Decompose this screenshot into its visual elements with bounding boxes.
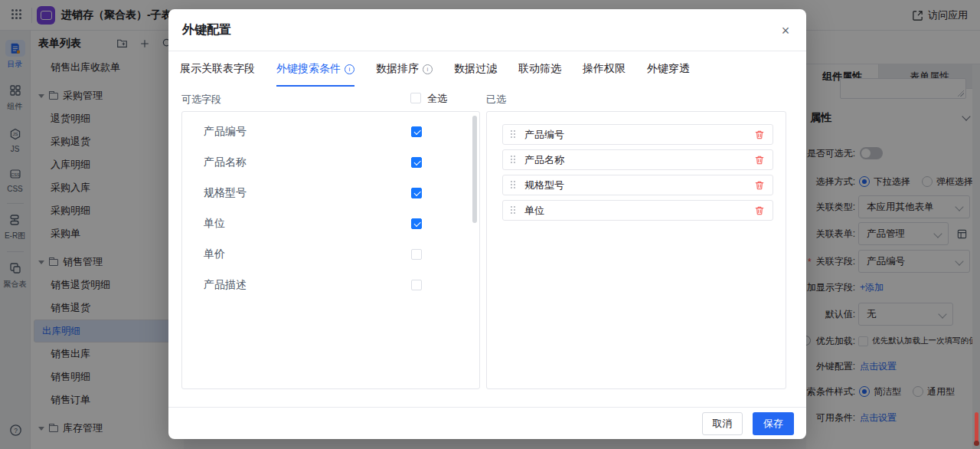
fk-config-modal: 外键配置 × 展示关联表字段外键搜索条件i数据排序i数据过滤联动筛选操作权限外键… (168, 9, 806, 439)
available-field-row: 单位 (182, 208, 479, 239)
delete-icon[interactable] (754, 129, 765, 140)
available-field-row: 产品编号 (182, 116, 479, 147)
field-label: 单位 (204, 217, 225, 231)
tab-label: 外键搜索条件 (276, 62, 341, 76)
drag-handle-icon[interactable] (511, 130, 515, 139)
close-icon[interactable]: × (777, 22, 794, 39)
available-field-row: 单价 (182, 239, 479, 270)
selected-header: 已选 (486, 93, 506, 107)
field-label: 规格型号 (524, 179, 564, 192)
available-header: 可选字段 (181, 93, 221, 107)
field-label: 产品描述 (204, 278, 247, 292)
cancel-button[interactable]: 取消 (702, 412, 743, 435)
modal-tab[interactable]: 操作权限 (583, 51, 626, 87)
field-label: 产品编号 (204, 125, 247, 139)
delete-icon[interactable] (754, 205, 765, 216)
drag-handle-icon[interactable] (511, 181, 515, 189)
field-label: 单价 (204, 247, 225, 261)
selected-field-row: 单位 (502, 200, 773, 221)
drag-handle-icon[interactable] (511, 206, 515, 215)
tab-label: 操作权限 (583, 62, 626, 76)
field-checkbox[interactable] (411, 157, 422, 168)
tab-label: 联动筛选 (518, 62, 561, 76)
info-icon: i (345, 64, 354, 74)
modal-tab[interactable]: 外键搜索条件i (276, 51, 354, 87)
selected-field-row: 产品编号 (502, 124, 773, 145)
field-label: 规格型号 (204, 186, 247, 200)
available-list: 产品编号产品名称规格型号单位单价产品描述 (181, 111, 480, 389)
modal-tab[interactable]: 展示关联表字段 (180, 51, 255, 87)
field-label: 产品编号 (524, 128, 564, 142)
field-label: 产品名称 (524, 153, 564, 167)
field-checkbox[interactable] (411, 249, 422, 260)
field-checkbox[interactable] (411, 126, 422, 137)
modal-tabs: 展示关联表字段外键搜索条件i数据排序i数据过滤联动筛选操作权限外键穿透 (168, 51, 806, 87)
available-field-row: 规格型号 (182, 178, 479, 208)
modal-tab[interactable]: 联动筛选 (518, 51, 561, 87)
drag-handle-icon[interactable] (511, 156, 515, 164)
app-root: 进销存（聚合表）-子表 > 出 访问应用 目录 组件 JS JS (0, 0, 980, 449)
tab-label: 外键穿透 (647, 62, 690, 76)
selected-list: 产品编号产品名称规格型号单位 (486, 111, 786, 389)
modal-tab[interactable]: 外键穿透 (647, 51, 690, 87)
modal-tab[interactable]: 数据排序i (376, 51, 433, 87)
tab-label: 数据过滤 (454, 62, 497, 76)
field-label: 产品名称 (204, 156, 247, 169)
modal-save-button[interactable]: 保存 (753, 412, 794, 435)
available-field-row: 产品描述 (182, 270, 479, 300)
field-checkbox[interactable] (411, 188, 422, 198)
select-all-checkbox[interactable] (410, 93, 421, 103)
delete-icon[interactable] (754, 155, 765, 166)
field-checkbox[interactable] (411, 218, 422, 229)
tab-label: 展示关联表字段 (180, 62, 255, 76)
scrollbar-thumb[interactable] (975, 412, 978, 443)
selected-field-row: 规格型号 (502, 175, 773, 195)
modal-header: 外键配置 (168, 9, 806, 51)
delete-icon[interactable] (754, 180, 765, 191)
list-scrollbar-thumb[interactable] (472, 116, 477, 223)
select-all-label: 全选 (427, 92, 447, 106)
available-field-row: 产品名称 (182, 147, 479, 178)
modal-title: 外键配置 (182, 22, 231, 38)
field-label: 单位 (524, 204, 544, 218)
info-icon: i (423, 64, 433, 74)
selected-field-row: 产品名称 (502, 149, 773, 170)
field-checkbox[interactable] (411, 280, 422, 290)
modal-tab[interactable]: 数据过滤 (454, 51, 497, 87)
tab-label: 数据排序 (376, 62, 419, 76)
